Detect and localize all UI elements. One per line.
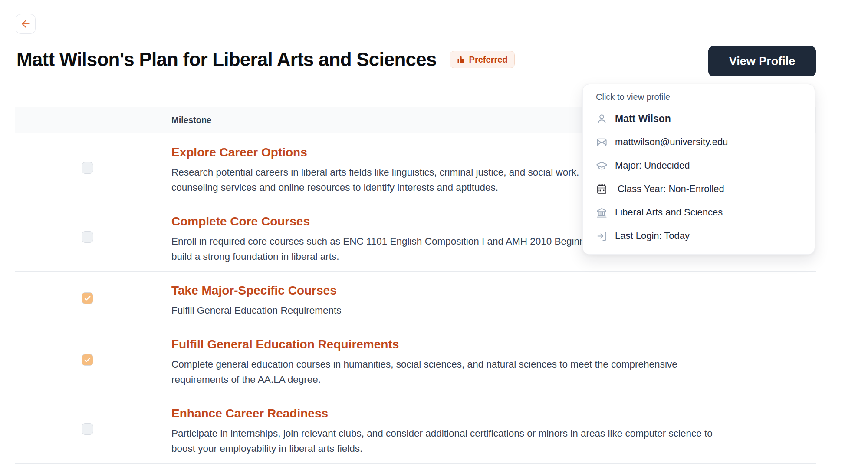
popover-hint: Click to view profile (583, 91, 815, 103)
milestone-column-header: Milestone (15, 115, 211, 125)
profile-item-major: Major: Undecided (583, 154, 815, 177)
login-icon (596, 230, 608, 242)
profile-item-program: Liberal Arts and Sciences (583, 201, 815, 224)
milestone-description: Participate in internships, join relevan… (171, 426, 723, 456)
profile-popover: Click to view profile Matt Wilson mattwi… (582, 84, 815, 255)
milestone-checkbox[interactable] (82, 354, 93, 366)
profile-program: Liberal Arts and Sciences (615, 207, 723, 218)
profile-item-last-login: Last Login: Today (583, 224, 815, 248)
milestone-title[interactable]: Enhance Career Readiness (171, 406, 328, 421)
profile-name: Matt Wilson (615, 113, 671, 125)
back-arrow-icon (20, 18, 31, 30)
milestone-checkbox[interactable] (82, 162, 93, 174)
milestone-checkbox[interactable] (82, 231, 93, 243)
milestone-description: Fulfill General Education Requirements (171, 303, 723, 318)
profile-class-year: Class Year: Non-Enrolled (615, 183, 724, 195)
graduation-cap-icon (596, 160, 608, 172)
milestone-title[interactable]: Complete Core Courses (171, 214, 310, 229)
milestone-description: Complete general education courses in hu… (171, 357, 723, 387)
university-icon (596, 207, 608, 219)
back-button[interactable] (16, 14, 36, 34)
user-icon (596, 113, 608, 125)
milestone-title[interactable]: Take Major-Specific Courses (171, 283, 337, 298)
page-header: Matt Wilson's Plan for Liberal Arts and … (16, 49, 694, 70)
mail-icon (596, 136, 608, 148)
profile-item-name: Matt Wilson (583, 107, 815, 130)
preferred-badge-label: Preferred (469, 55, 508, 65)
profile-item-class-year: Class Year: Non-Enrolled (583, 177, 815, 201)
table-row: Fulfill General Education Requirements C… (15, 325, 816, 394)
view-profile-button[interactable]: View Profile (708, 46, 816, 76)
milestone-checkbox[interactable] (82, 423, 93, 435)
milestone-checkbox[interactable] (82, 292, 93, 304)
milestone-title[interactable]: Explore Career Options (171, 145, 307, 160)
table-row: Enhance Career Readiness Participate in … (15, 394, 816, 464)
profile-last-login: Last Login: Today (615, 230, 690, 242)
page-title: Matt Wilson's Plan for Liberal Arts and … (16, 49, 437, 70)
thumbs-up-icon (457, 55, 465, 64)
profile-email: mattwilson@university.edu (615, 136, 728, 148)
calendar-icon (596, 183, 608, 195)
preferred-badge: Preferred (450, 51, 515, 68)
profile-major: Major: Undecided (615, 160, 690, 171)
table-row: Take Major-Specific Courses Fulfill Gene… (15, 272, 816, 325)
profile-item-email: mattwilson@university.edu (583, 130, 815, 154)
milestone-title[interactable]: Fulfill General Education Requirements (171, 337, 399, 352)
